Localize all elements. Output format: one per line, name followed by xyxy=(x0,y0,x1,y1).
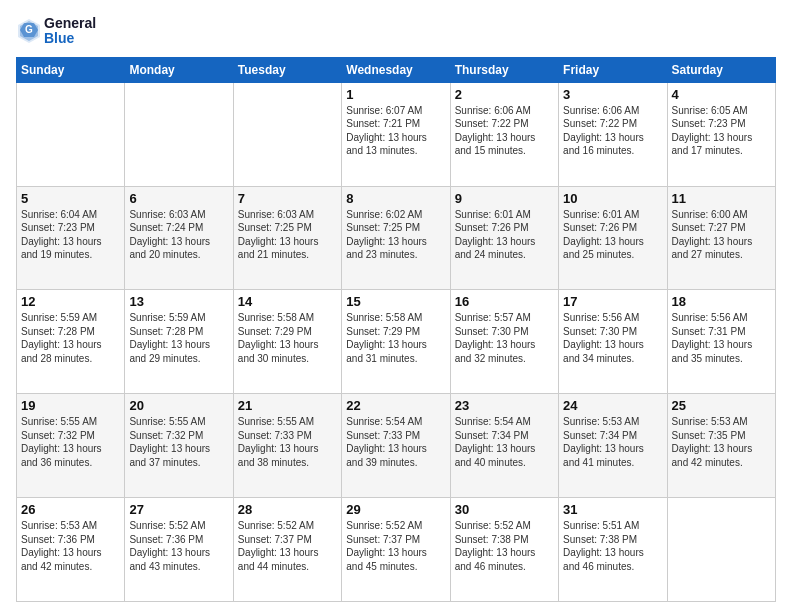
day-cell: 17Sunrise: 5:56 AM Sunset: 7:30 PM Dayli… xyxy=(559,290,667,394)
calendar-table: SundayMondayTuesdayWednesdayThursdayFrid… xyxy=(16,57,776,602)
day-number: 6 xyxy=(129,191,228,206)
week-row-4: 19Sunrise: 5:55 AM Sunset: 7:32 PM Dayli… xyxy=(17,394,776,498)
day-cell: 28Sunrise: 5:52 AM Sunset: 7:37 PM Dayli… xyxy=(233,498,341,602)
day-info: Sunrise: 5:59 AM Sunset: 7:28 PM Dayligh… xyxy=(129,311,228,365)
day-cell: 24Sunrise: 5:53 AM Sunset: 7:34 PM Dayli… xyxy=(559,394,667,498)
week-row-1: 1Sunrise: 6:07 AM Sunset: 7:21 PM Daylig… xyxy=(17,82,776,186)
day-info: Sunrise: 5:56 AM Sunset: 7:31 PM Dayligh… xyxy=(672,311,771,365)
day-cell xyxy=(17,82,125,186)
day-cell: 31Sunrise: 5:51 AM Sunset: 7:38 PM Dayli… xyxy=(559,498,667,602)
calendar-page: G General Blue SundayMondayTuesdayWednes… xyxy=(0,0,792,612)
day-number: 13 xyxy=(129,294,228,309)
day-number: 16 xyxy=(455,294,554,309)
day-number: 27 xyxy=(129,502,228,517)
day-cell: 10Sunrise: 6:01 AM Sunset: 7:26 PM Dayli… xyxy=(559,186,667,290)
day-number: 30 xyxy=(455,502,554,517)
day-info: Sunrise: 5:56 AM Sunset: 7:30 PM Dayligh… xyxy=(563,311,662,365)
day-info: Sunrise: 5:52 AM Sunset: 7:36 PM Dayligh… xyxy=(129,519,228,573)
day-number: 3 xyxy=(563,87,662,102)
day-number: 29 xyxy=(346,502,445,517)
week-row-5: 26Sunrise: 5:53 AM Sunset: 7:36 PM Dayli… xyxy=(17,498,776,602)
day-number: 4 xyxy=(672,87,771,102)
logo-text-blue: Blue xyxy=(44,31,96,46)
day-info: Sunrise: 5:54 AM Sunset: 7:34 PM Dayligh… xyxy=(455,415,554,469)
day-cell: 3Sunrise: 6:06 AM Sunset: 7:22 PM Daylig… xyxy=(559,82,667,186)
day-number: 23 xyxy=(455,398,554,413)
svg-text:G: G xyxy=(25,24,33,35)
day-info: Sunrise: 5:53 AM Sunset: 7:34 PM Dayligh… xyxy=(563,415,662,469)
day-cell: 13Sunrise: 5:59 AM Sunset: 7:28 PM Dayli… xyxy=(125,290,233,394)
day-info: Sunrise: 5:54 AM Sunset: 7:33 PM Dayligh… xyxy=(346,415,445,469)
day-cell: 12Sunrise: 5:59 AM Sunset: 7:28 PM Dayli… xyxy=(17,290,125,394)
day-cell: 11Sunrise: 6:00 AM Sunset: 7:27 PM Dayli… xyxy=(667,186,775,290)
day-info: Sunrise: 6:03 AM Sunset: 7:25 PM Dayligh… xyxy=(238,208,337,262)
day-header-wednesday: Wednesday xyxy=(342,57,450,82)
day-number: 9 xyxy=(455,191,554,206)
day-info: Sunrise: 6:04 AM Sunset: 7:23 PM Dayligh… xyxy=(21,208,120,262)
day-number: 11 xyxy=(672,191,771,206)
day-info: Sunrise: 5:52 AM Sunset: 7:37 PM Dayligh… xyxy=(346,519,445,573)
day-cell: 16Sunrise: 5:57 AM Sunset: 7:30 PM Dayli… xyxy=(450,290,558,394)
day-cell: 25Sunrise: 5:53 AM Sunset: 7:35 PM Dayli… xyxy=(667,394,775,498)
day-info: Sunrise: 6:07 AM Sunset: 7:21 PM Dayligh… xyxy=(346,104,445,158)
day-number: 18 xyxy=(672,294,771,309)
header: G General Blue xyxy=(16,16,776,47)
day-info: Sunrise: 6:03 AM Sunset: 7:24 PM Dayligh… xyxy=(129,208,228,262)
day-cell: 7Sunrise: 6:03 AM Sunset: 7:25 PM Daylig… xyxy=(233,186,341,290)
day-info: Sunrise: 5:55 AM Sunset: 7:32 PM Dayligh… xyxy=(21,415,120,469)
day-number: 28 xyxy=(238,502,337,517)
day-cell xyxy=(667,498,775,602)
day-number: 10 xyxy=(563,191,662,206)
day-cell: 30Sunrise: 5:52 AM Sunset: 7:38 PM Dayli… xyxy=(450,498,558,602)
day-number: 22 xyxy=(346,398,445,413)
day-info: Sunrise: 5:58 AM Sunset: 7:29 PM Dayligh… xyxy=(238,311,337,365)
day-header-row: SundayMondayTuesdayWednesdayThursdayFrid… xyxy=(17,57,776,82)
day-number: 21 xyxy=(238,398,337,413)
day-cell: 5Sunrise: 6:04 AM Sunset: 7:23 PM Daylig… xyxy=(17,186,125,290)
week-row-3: 12Sunrise: 5:59 AM Sunset: 7:28 PM Dayli… xyxy=(17,290,776,394)
day-info: Sunrise: 6:01 AM Sunset: 7:26 PM Dayligh… xyxy=(563,208,662,262)
day-info: Sunrise: 6:06 AM Sunset: 7:22 PM Dayligh… xyxy=(563,104,662,158)
day-cell: 1Sunrise: 6:07 AM Sunset: 7:21 PM Daylig… xyxy=(342,82,450,186)
day-cell: 23Sunrise: 5:54 AM Sunset: 7:34 PM Dayli… xyxy=(450,394,558,498)
day-header-saturday: Saturday xyxy=(667,57,775,82)
day-number: 14 xyxy=(238,294,337,309)
day-number: 24 xyxy=(563,398,662,413)
day-cell: 27Sunrise: 5:52 AM Sunset: 7:36 PM Dayli… xyxy=(125,498,233,602)
day-number: 12 xyxy=(21,294,120,309)
day-info: Sunrise: 5:55 AM Sunset: 7:32 PM Dayligh… xyxy=(129,415,228,469)
day-number: 8 xyxy=(346,191,445,206)
day-cell: 6Sunrise: 6:03 AM Sunset: 7:24 PM Daylig… xyxy=(125,186,233,290)
day-info: Sunrise: 5:52 AM Sunset: 7:38 PM Dayligh… xyxy=(455,519,554,573)
day-cell: 19Sunrise: 5:55 AM Sunset: 7:32 PM Dayli… xyxy=(17,394,125,498)
logo: G General Blue xyxy=(16,16,96,47)
day-number: 2 xyxy=(455,87,554,102)
day-number: 7 xyxy=(238,191,337,206)
day-header-friday: Friday xyxy=(559,57,667,82)
day-info: Sunrise: 6:02 AM Sunset: 7:25 PM Dayligh… xyxy=(346,208,445,262)
day-info: Sunrise: 6:06 AM Sunset: 7:22 PM Dayligh… xyxy=(455,104,554,158)
day-cell: 22Sunrise: 5:54 AM Sunset: 7:33 PM Dayli… xyxy=(342,394,450,498)
day-cell xyxy=(125,82,233,186)
day-cell: 8Sunrise: 6:02 AM Sunset: 7:25 PM Daylig… xyxy=(342,186,450,290)
day-number: 26 xyxy=(21,502,120,517)
day-number: 17 xyxy=(563,294,662,309)
day-cell: 20Sunrise: 5:55 AM Sunset: 7:32 PM Dayli… xyxy=(125,394,233,498)
day-info: Sunrise: 5:53 AM Sunset: 7:35 PM Dayligh… xyxy=(672,415,771,469)
week-row-2: 5Sunrise: 6:04 AM Sunset: 7:23 PM Daylig… xyxy=(17,186,776,290)
day-cell: 4Sunrise: 6:05 AM Sunset: 7:23 PM Daylig… xyxy=(667,82,775,186)
day-number: 19 xyxy=(21,398,120,413)
day-header-sunday: Sunday xyxy=(17,57,125,82)
day-info: Sunrise: 5:53 AM Sunset: 7:36 PM Dayligh… xyxy=(21,519,120,573)
day-number: 5 xyxy=(21,191,120,206)
day-info: Sunrise: 5:59 AM Sunset: 7:28 PM Dayligh… xyxy=(21,311,120,365)
day-cell: 18Sunrise: 5:56 AM Sunset: 7:31 PM Dayli… xyxy=(667,290,775,394)
day-number: 15 xyxy=(346,294,445,309)
day-info: Sunrise: 5:57 AM Sunset: 7:30 PM Dayligh… xyxy=(455,311,554,365)
day-cell: 2Sunrise: 6:06 AM Sunset: 7:22 PM Daylig… xyxy=(450,82,558,186)
logo-svg: G xyxy=(16,17,42,45)
day-number: 31 xyxy=(563,502,662,517)
day-info: Sunrise: 5:55 AM Sunset: 7:33 PM Dayligh… xyxy=(238,415,337,469)
day-cell: 9Sunrise: 6:01 AM Sunset: 7:26 PM Daylig… xyxy=(450,186,558,290)
day-cell: 26Sunrise: 5:53 AM Sunset: 7:36 PM Dayli… xyxy=(17,498,125,602)
